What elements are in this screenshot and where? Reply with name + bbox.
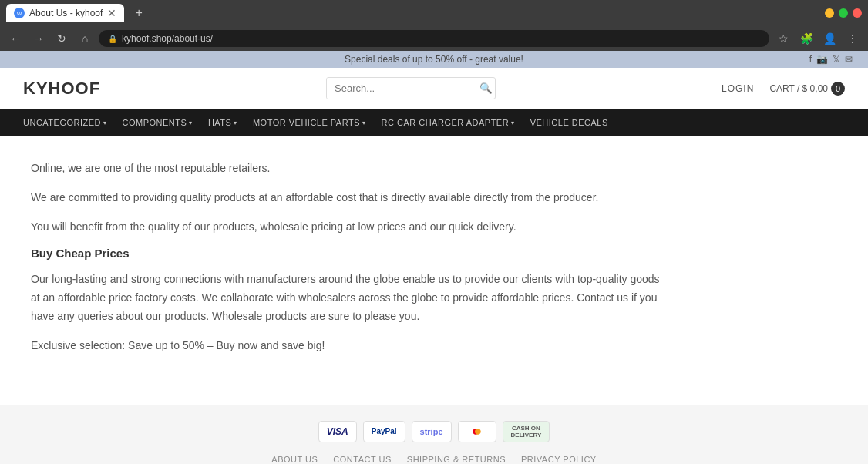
cart-area[interactable]: CART / $ 0,00 0 [769,82,845,96]
profile-button[interactable]: 👤 [820,29,839,48]
instagram-icon[interactable]: 📷 [816,54,828,65]
search-button[interactable]: 🔍 [472,78,496,99]
header-right: LOGIN CART / $ 0,00 0 [722,82,845,96]
twitter-icon[interactable]: 𝕏 [833,54,840,65]
reload-button[interactable]: ↻ [52,29,71,48]
content-para-1: Online, we are one of the most reputable… [31,160,663,178]
home-button[interactable]: ⌂ [76,29,94,48]
address-bar[interactable]: 🔒 kyhoof.shop/about-us/ [99,30,769,47]
content-para-5: Exclusive selection: Save up to 50% – Bu… [31,337,663,355]
url-text: kyhoof.shop/about-us/ [122,33,213,44]
site-header: KYHOOF 🔍 LOGIN CART / $ 0,00 0 [0,68,868,109]
search-input[interactable] [327,78,472,99]
footer-link-contact-us[interactable]: CONTACT US [333,455,392,464]
visa-icon: VISA [318,421,357,442]
search-bar: 🔍 [326,77,496,99]
chevron-down-icon: ▾ [234,119,237,126]
footer-links: ABOUT US CONTACT US SHIPPING & RETURNS P… [15,455,853,464]
content-heading: Buy Cheap Prices [31,247,663,260]
nav-item-components[interactable]: COMPONENTS ▾ [115,109,200,136]
nav-item-uncategorized[interactable]: UNCATEGORIZED ▾ [15,109,115,136]
banner-text: Special deals of up to 50% off - great v… [294,54,574,65]
site-footer: VISA PayPal stripe ● ● CASH ONDELIVERY A… [0,405,868,464]
cart-label: CART / $ 0,00 [769,83,828,94]
footer-link-about-us[interactable]: ABOUT US [271,455,318,464]
footer-link-shipping-returns[interactable]: SHIPPING & RETURNS [407,455,506,464]
nav-item-motor-vehicle-parts[interactable]: MOTOR VEHICLE PARTS ▾ [245,109,374,136]
stripe-icon: stripe [412,421,452,442]
cod-icon: CASH ONDELIVERY [503,421,550,442]
mastercard-icon: ● ● [458,421,496,442]
social-icons: f 📷 𝕏 ✉ [574,54,853,65]
site-nav: UNCATEGORIZED ▾ COMPONENTS ▾ HATS ▾ MOTO… [0,109,868,136]
chevron-down-icon: ▾ [511,119,515,126]
footer-link-privacy-policy[interactable]: PRIVACY POLICY [521,455,597,464]
new-tab-button[interactable]: + [130,5,146,22]
close-button[interactable] [853,8,862,18]
svg-text:W: W [17,11,22,16]
minimize-button[interactable] [825,8,834,18]
tab-favicon: W [14,8,25,18]
maximize-button[interactable] [839,8,848,18]
nav-item-hats[interactable]: HATS ▾ [200,109,245,136]
top-banner: Special deals of up to 50% off - great v… [0,51,868,68]
cart-count: 0 [831,82,845,96]
extensions-button[interactable]: 🧩 [797,29,816,48]
tab-title: About Us - kyhoof [29,8,103,18]
payment-icons: VISA PayPal stripe ● ● CASH ONDELIVERY [15,421,853,442]
back-button[interactable]: ← [6,29,25,48]
content-para-2: We are committed to providing quality pr… [31,189,663,207]
forward-button[interactable]: → [29,29,48,48]
browser-tab[interactable]: W About Us - kyhoof ✕ [6,4,124,22]
chevron-down-icon: ▾ [103,119,107,126]
window-controls [825,8,862,18]
site-content: Online, we are one of the most reputable… [0,136,694,389]
nav-item-rc-car-charger-adapter[interactable]: RC CAR CHARGER ADAPTER ▾ [374,109,523,136]
menu-button[interactable]: ⋮ [843,29,862,48]
tab-close-icon[interactable]: ✕ [107,7,116,19]
content-para-4: Our long-lasting and strong connections … [31,271,663,325]
facebook-icon[interactable]: f [809,54,812,65]
email-icon[interactable]: ✉ [845,54,853,65]
chevron-down-icon: ▾ [362,119,366,126]
paypal-icon: PayPal [363,421,405,442]
site-wrapper: Special deals of up to 50% off - great v… [0,51,868,464]
chevron-down-icon: ▾ [189,119,193,126]
site-logo[interactable]: KYHOOF [23,79,100,99]
lock-icon: 🔒 [108,35,117,43]
bookmark-button[interactable]: ☆ [774,29,792,48]
content-para-3: You will benefit from the quality of our… [31,218,663,237]
login-link[interactable]: LOGIN [722,83,754,94]
nav-item-vehicle-decals[interactable]: VEHICLE DECALS [523,109,616,136]
